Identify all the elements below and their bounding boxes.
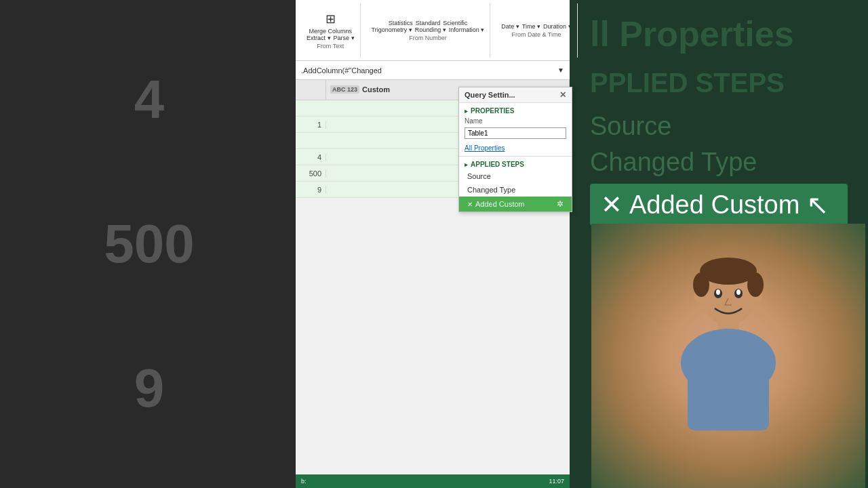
bg-right-subtitle: PPLIED STEPS bbox=[590, 68, 848, 98]
query-settings-panel: Query Settin... ✕ PROPERTIES Name All Pr… bbox=[458, 87, 572, 212]
from-datetime-group: Date ▾ Time ▾ Duration ▾ From Date & Tim… bbox=[496, 3, 577, 58]
query-settings-close-btn[interactable]: ✕ bbox=[559, 90, 566, 100]
row-num: 1 bbox=[296, 121, 326, 129]
properties-label: PROPERTIES bbox=[471, 107, 514, 115]
from-number-group: Statistics Standard Scientific Trigonome… bbox=[366, 3, 491, 58]
added-custom-icon: ✕ bbox=[467, 201, 473, 208]
applied-steps-section: APPLIED STEPS Source Changed Type ✕ Adde… bbox=[459, 156, 572, 211]
bg-source-step: Source bbox=[590, 112, 848, 141]
from-datetime-label: From Date & Time bbox=[511, 31, 561, 38]
row-num: 500 bbox=[296, 169, 326, 178]
changed-type-step[interactable]: Changed Type bbox=[459, 183, 572, 197]
duration-btn[interactable]: Duration ▾ bbox=[543, 23, 572, 30]
added-custom-label: Added Custom bbox=[475, 200, 525, 208]
cursor-icon: ↖ bbox=[806, 189, 829, 220]
added-custom-step[interactable]: ✕ Added Custom ✲ bbox=[459, 197, 572, 211]
trig-round-info-group: Trigonometry ▾ Rounding ▾ Information ▾ bbox=[372, 26, 485, 33]
formula-bar: .AddColumn(#"Changed ▼ bbox=[296, 61, 570, 80]
date-btn[interactable]: Date ▾ bbox=[501, 23, 519, 30]
bg-changed-type-step: Changed Type bbox=[590, 148, 848, 177]
properties-section-header: PROPERTIES bbox=[459, 103, 572, 116]
trigonometry-btn[interactable]: Trigonometry ▾ bbox=[372, 26, 412, 33]
svg-point-12 bbox=[747, 272, 764, 297]
bg-number-4: 4 bbox=[134, 68, 165, 131]
rounding-btn[interactable]: Rounding ▾ bbox=[415, 26, 446, 33]
person-silhouette-svg bbox=[660, 254, 796, 458]
applied-steps-label: APPLIED STEPS bbox=[471, 161, 524, 168]
power-query-editor: ⊞ Merge Columns Extract ▾ Parse ▾ From T… bbox=[296, 0, 570, 488]
svg-point-6 bbox=[716, 289, 720, 295]
name-label: Name bbox=[459, 116, 572, 126]
merge-columns-label: Merge Columns bbox=[309, 28, 353, 35]
from-number-label: From Number bbox=[409, 35, 447, 41]
svg-rect-3 bbox=[688, 349, 769, 430]
statistics-btn[interactable]: Statistics bbox=[389, 20, 413, 26]
row-num: 9 bbox=[296, 186, 326, 194]
from-text-group: ⊞ Merge Columns Extract ▾ Parse ▾ From T… bbox=[301, 3, 361, 58]
merge-columns-btn[interactable]: ⊞ Merge Columns bbox=[309, 12, 353, 35]
formula-dropdown[interactable]: ▼ bbox=[557, 66, 564, 74]
status-right: 11:07 bbox=[549, 478, 564, 485]
person-webcam bbox=[591, 224, 865, 488]
bg-added-custom-step: ✕ Added Custom ↖ bbox=[590, 184, 848, 226]
query-settings-header: Query Settin... ✕ bbox=[459, 87, 572, 103]
extract-parse-group: Extract ▾ Parse ▾ bbox=[307, 35, 355, 41]
all-properties-link[interactable]: All Properties bbox=[459, 143, 572, 156]
query-settings-title: Query Settin... bbox=[465, 91, 515, 99]
row-num: 4 bbox=[296, 153, 326, 161]
added-custom-settings-icon[interactable]: ✲ bbox=[557, 199, 564, 209]
extract-btn[interactable]: Extract ▾ bbox=[307, 35, 331, 41]
from-text-label: From Text bbox=[317, 43, 344, 49]
col-type-badge: ABC 123 bbox=[330, 85, 359, 94]
bg-added-custom-icon: ✕ bbox=[601, 190, 623, 220]
status-bar: b: 11:07 bbox=[296, 474, 570, 488]
standard-btn[interactable]: Standard bbox=[416, 20, 441, 26]
row-num-header bbox=[296, 80, 326, 100]
background-left: 4 500 9 bbox=[0, 0, 298, 488]
information-btn[interactable]: Information ▾ bbox=[449, 26, 485, 33]
applied-steps-header: APPLIED STEPS bbox=[459, 157, 572, 169]
bg-number-500: 500 bbox=[104, 213, 194, 275]
svg-point-7 bbox=[736, 289, 741, 295]
merge-columns-icon: ⊞ bbox=[326, 12, 336, 26]
time-btn[interactable]: Time ▾ bbox=[522, 23, 540, 30]
svg-point-11 bbox=[693, 272, 709, 297]
bg-number-9: 9 bbox=[134, 357, 165, 420]
date-time-dur-group: Date ▾ Time ▾ Duration ▾ bbox=[501, 23, 571, 30]
stats-std-sci-group: Statistics Standard Scientific bbox=[389, 20, 468, 26]
ribbon: ⊞ Merge Columns Extract ▾ Parse ▾ From T… bbox=[296, 0, 570, 61]
scientific-btn[interactable]: Scientific bbox=[443, 20, 467, 26]
parse-btn[interactable]: Parse ▾ bbox=[334, 35, 355, 41]
formula-text: .AddColumn(#"Changed bbox=[301, 66, 382, 75]
source-step[interactable]: Source bbox=[459, 169, 572, 183]
bg-right-title: ll Properties bbox=[590, 14, 848, 54]
table-name-input[interactable] bbox=[465, 127, 566, 139]
col-name: Custom bbox=[362, 85, 390, 94]
status-left: b: bbox=[301, 478, 307, 485]
